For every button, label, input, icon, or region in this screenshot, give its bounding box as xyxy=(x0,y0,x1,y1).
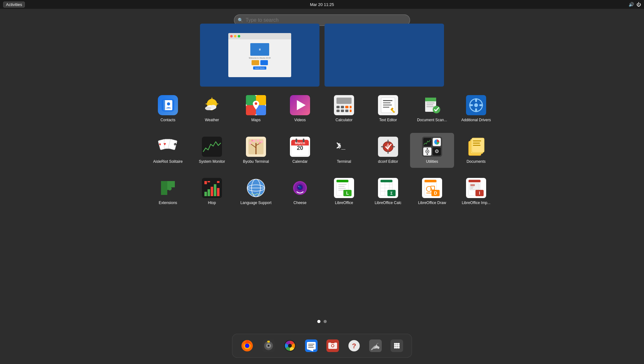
svg-rect-18 xyxy=(336,106,340,108)
loimpress-icon: I xyxy=(466,178,486,198)
svg-point-59 xyxy=(249,142,252,144)
svg-rect-155 xyxy=(470,187,474,187)
app-weather[interactable]: Weather xyxy=(190,91,234,127)
svg-rect-72 xyxy=(303,139,304,142)
app-terminal[interactable]: $_ Terminal xyxy=(322,133,366,168)
app-dconf[interactable]: dconf Editor xyxy=(366,133,410,168)
svg-rect-110 xyxy=(217,181,219,183)
app-docscanner[interactable]: Document Scan... xyxy=(410,91,454,127)
app-lidraw[interactable]: D LibreOffice Draw xyxy=(410,174,454,209)
svg-rect-91 xyxy=(427,154,428,155)
app-calendar[interactable]: March 20 Calendar xyxy=(278,133,322,168)
app-utilities[interactable]: ⚙ Utilities xyxy=(410,133,454,168)
svg-text:$_: $_ xyxy=(337,142,346,150)
dock-appgrid[interactable] xyxy=(388,337,405,354)
svg-text:?: ? xyxy=(352,342,356,350)
svg-point-165 xyxy=(268,345,269,347)
window-preview-2[interactable] xyxy=(325,24,444,87)
dock-inkscape[interactable] xyxy=(281,337,298,354)
sysmonitor-icon xyxy=(202,137,222,157)
svg-rect-17 xyxy=(336,98,352,104)
svg-rect-23 xyxy=(341,110,344,112)
app-videos[interactable]: Videos xyxy=(278,91,322,127)
app-solitaire[interactable]: ♥ ♦ ♣ AisleRiot Solitaire xyxy=(146,133,190,168)
svg-rect-37 xyxy=(426,105,433,105)
maps-icon xyxy=(246,95,266,115)
window-preview-1[interactable]: 🖥 Welcome to Ubuntu 22.04 Install Ubuntu xyxy=(200,24,319,87)
svg-text:⚙: ⚙ xyxy=(435,149,439,154)
app-libreoffice[interactable]: L LibreOffice xyxy=(322,174,366,209)
dock-firefox[interactable] xyxy=(239,337,256,354)
page-dot-1[interactable] xyxy=(317,320,320,323)
app-cheese[interactable]: Cheese xyxy=(278,174,322,209)
extensions-icon xyxy=(158,178,178,198)
langsupport-label: Language Support xyxy=(241,201,272,206)
svg-rect-30 xyxy=(383,105,392,105)
svg-text:20: 20 xyxy=(297,145,303,151)
svg-rect-108 xyxy=(204,181,207,184)
app-licalc[interactable]: Σ LibreOffice Calc xyxy=(366,174,410,209)
htop-label: Htop xyxy=(208,201,216,206)
dconf-label: dconf Editor xyxy=(378,159,398,164)
svg-rect-36 xyxy=(426,103,435,103)
app-sysmonitor[interactable]: System Monitor xyxy=(190,133,234,168)
svg-rect-126 xyxy=(338,184,347,185)
app-contacts[interactable]: Contacts xyxy=(146,91,190,127)
dconf-icon xyxy=(378,137,398,157)
power-icon[interactable]: ⏻ xyxy=(636,2,641,7)
dock: ? xyxy=(232,334,412,358)
htop-icon xyxy=(202,178,222,198)
dock-settings[interactable] xyxy=(367,337,384,354)
svg-point-188 xyxy=(394,345,396,347)
svg-point-89 xyxy=(427,151,428,152)
loimpress-label: LibreOffice Imp... xyxy=(462,201,490,206)
dock-notes[interactable] xyxy=(303,337,320,354)
activities-button[interactable]: Activities xyxy=(3,2,25,8)
byobu-icon xyxy=(246,137,266,157)
app-texteditor[interactable]: Text Editor xyxy=(366,91,410,127)
app-liimpress[interactable]: I LibreOffice Imp... xyxy=(454,174,498,209)
svg-rect-154 xyxy=(470,184,475,186)
calculator-label: Calculator xyxy=(336,118,353,123)
utilities-label: Utilities xyxy=(426,159,438,164)
localc-icon: Σ xyxy=(378,178,398,198)
svg-point-63 xyxy=(251,139,253,141)
dock-rhythmbox[interactable] xyxy=(260,337,277,354)
page-dot-2[interactable] xyxy=(324,320,327,323)
app-documents[interactable]: Documents xyxy=(454,133,498,168)
svg-rect-44 xyxy=(475,108,477,112)
app-extensions[interactable]: Extensions xyxy=(146,174,190,209)
maps-label: Maps xyxy=(251,118,260,123)
svg-point-42 xyxy=(474,103,478,107)
texteditor-icon xyxy=(378,95,398,115)
app-drivers[interactable]: Additional Drivers xyxy=(454,91,498,127)
svg-rect-129 xyxy=(338,190,344,191)
svg-text:Σ: Σ xyxy=(390,191,392,196)
svg-rect-109 xyxy=(208,181,210,182)
svg-point-7 xyxy=(205,106,211,110)
dock-screenshot[interactable] xyxy=(324,337,341,354)
topbar: Activities Mar 20 11:25 🔊 ⏻ xyxy=(0,0,644,9)
svg-text:L: L xyxy=(346,191,349,196)
cheese-label: Cheese xyxy=(293,201,306,206)
docscanner-icon xyxy=(422,95,442,115)
svg-point-185 xyxy=(394,343,396,345)
app-maps[interactable]: Maps xyxy=(234,91,278,127)
svg-rect-43 xyxy=(475,98,477,102)
svg-rect-125 xyxy=(336,180,348,182)
volume-icon[interactable]: 🔊 xyxy=(629,2,634,7)
app-calculator[interactable]: Calculator xyxy=(322,91,366,127)
app-htop[interactable]: Htop xyxy=(190,174,234,209)
svg-point-190 xyxy=(398,345,400,347)
svg-point-64 xyxy=(259,142,261,144)
svg-point-62 xyxy=(257,139,259,142)
svg-text:♥: ♥ xyxy=(164,141,166,146)
svg-point-3 xyxy=(167,102,170,105)
app-langsupport[interactable]: Language Support xyxy=(234,174,278,209)
byobu-label: Byobu Terminal xyxy=(243,159,269,164)
app-byobu[interactable]: Byobu Terminal xyxy=(234,133,278,168)
dock-help[interactable]: ? xyxy=(346,337,363,354)
sysmonitor-label: System Monitor xyxy=(199,159,225,164)
langsupport-icon xyxy=(246,178,266,198)
weather-icon xyxy=(202,95,222,115)
